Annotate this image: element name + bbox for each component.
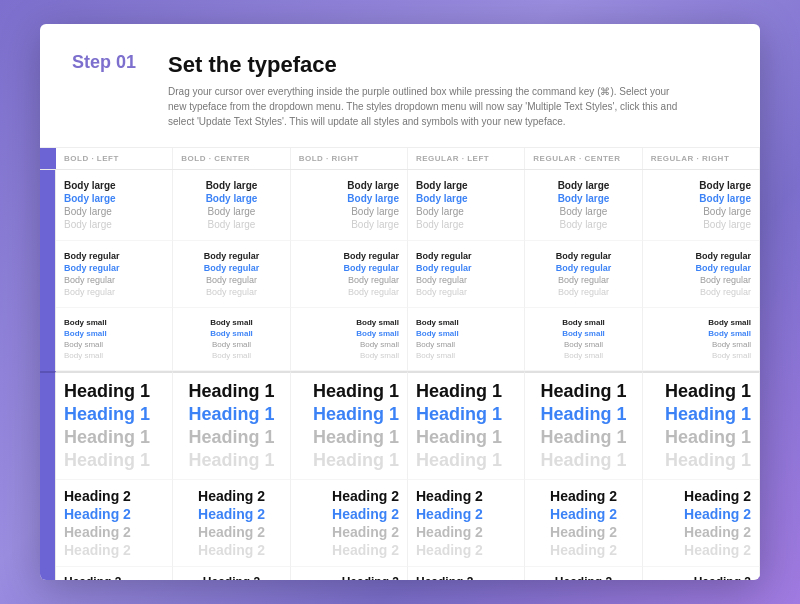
spacer [40,371,56,480]
h1-col3: Heading 1 Heading 1 Heading 1 Heading 1 [291,371,408,480]
body-reg-col6: Body regular Body regular Body regular B… [643,241,760,308]
body-sm-col6: Body small Body small Body small Body sm… [643,308,760,371]
type-table: BOLD · LEFT BOLD · CENTER BOLD · RIGHT R… [40,148,760,580]
body-reg-col1: Body regular Body regular Body regular B… [56,241,173,308]
h3-col1: Heading 3 Heading 3 [56,567,173,580]
body-large-col6: Body large Body large Body large Body la… [643,170,760,241]
h3-col2: Heading 3 Heading 3 [173,567,290,580]
data-grid: Body large Body large Body large Body la… [40,170,760,580]
h1-col4: Heading 1 Heading 1 Heading 1 Heading 1 [408,371,525,480]
col-bold-left: BOLD · LEFT [56,148,173,169]
body-sm-col2: Body small Body small Body small Body sm… [173,308,290,371]
page-wrapper: Step 01 Set the typeface Drag your curso… [40,24,760,580]
step-label: Step 01 [72,52,136,73]
body-large-col4: Body large Body large Body large Body la… [408,170,525,241]
body-sm-col5: Body small Body small Body small Body sm… [525,308,642,371]
col-regular-center: REGULAR · CENTER [525,148,642,169]
body-large-col2: Body large Body large Body large Body la… [173,170,290,241]
h1-col6: Heading 1 Heading 1 Heading 1 Heading 1 [643,371,760,480]
h1-col5: Heading 1 Heading 1 Heading 1 Heading 1 [525,371,642,480]
h1-col1: Heading 1 Heading 1 Heading 1 Heading 1 [56,371,173,480]
spacer [40,241,56,308]
spacer [40,567,56,580]
spacer [40,480,56,567]
body-reg-col5: Body regular Body regular Body regular B… [525,241,642,308]
body-large-col3: Body large Body large Body large Body la… [291,170,408,241]
h3-col4: Heading 3 Heading 3 [408,567,525,580]
col-regular-right: REGULAR · RIGHT [643,148,760,169]
h2-col3: Heading 2 Heading 2 Heading 2 Heading 2 [291,480,408,567]
body-reg-col3: Body regular Body regular Body regular B… [291,241,408,308]
h1-col2: Heading 1 Heading 1 Heading 1 Heading 1 [173,371,290,480]
page-title: Set the typeface [168,52,688,78]
body-reg-col2: Body regular Body regular Body regular B… [173,241,290,308]
h2-col2: Heading 2 Heading 2 Heading 2 Heading 2 [173,480,290,567]
col-bold-center: BOLD · CENTER [173,148,290,169]
body-large-col1: Body large Body large Body large Body la… [56,170,173,241]
body-sm-col4: Body small Body small Body small Body sm… [408,308,525,371]
h2-col4: Heading 2 Heading 2 Heading 2 Heading 2 [408,480,525,567]
body-sm-col3: Body small Body small Body small Body sm… [291,308,408,371]
h2-col6: Heading 2 Heading 2 Heading 2 Heading 2 [643,480,760,567]
body-large-col5: Body large Body large Body large Body la… [525,170,642,241]
h3-col6: Heading 3 Heading 3 [643,567,760,580]
body-reg-col4: Body regular Body regular Body regular B… [408,241,525,308]
col-regular-left: REGULAR · LEFT [408,148,525,169]
column-headers: BOLD · LEFT BOLD · CENTER BOLD · RIGHT R… [40,148,760,170]
header: Step 01 Set the typeface Drag your curso… [40,24,760,148]
spacer [40,308,56,371]
body-sm-col1: Body small Body small Body small Body sm… [56,308,173,371]
page-description: Drag your cursor over everything inside … [168,84,688,129]
h2-col5: Heading 2 Heading 2 Heading 2 Heading 2 [525,480,642,567]
h3-col5: Heading 3 Heading 3 [525,567,642,580]
h2-col1: Heading 2 Heading 2 Heading 2 Heading 2 [56,480,173,567]
spacer [40,170,56,241]
col-bold-right: BOLD · RIGHT [291,148,408,169]
h3-col3: Heading 3 Heading 3 [291,567,408,580]
